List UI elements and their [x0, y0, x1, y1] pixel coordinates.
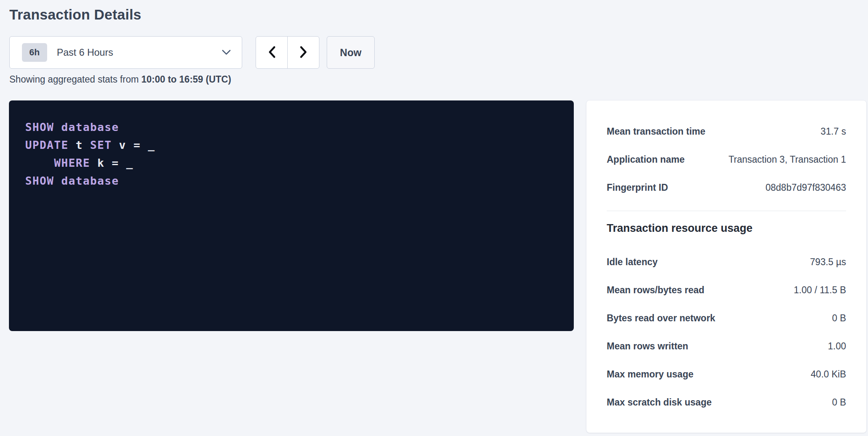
- next-range-button[interactable]: [287, 36, 319, 69]
- chevron-right-icon: [299, 46, 308, 60]
- time-range-dropdown[interactable]: 6h Past 6 Hours: [9, 36, 242, 69]
- time-range-label: Past 6 Hours: [57, 47, 113, 58]
- page-title: Transaction Details: [9, 7, 141, 23]
- stat-row: Mean rows/bytes read1.00 / 11.5 B: [607, 276, 846, 304]
- stat-label: Idle latency: [607, 257, 658, 268]
- stat-row: Mean rows written1.00: [607, 332, 846, 360]
- stat-label: Max scratch disk usage: [607, 397, 712, 408]
- resource-usage-heading: Transaction resource usage: [607, 220, 846, 236]
- stat-row: Mean transaction time31.7 s: [607, 118, 846, 146]
- sql-line: UPDATE t SET v = _: [25, 136, 558, 154]
- caption-range: 10:00 to 16:59 (UTC): [141, 74, 231, 85]
- stat-value: 1.00 / 11.5 B: [794, 285, 846, 296]
- stat-label: Application name: [607, 154, 685, 165]
- stat-value: 0 B: [832, 397, 846, 408]
- time-range-badge: 6h: [22, 43, 47, 62]
- aggregation-caption: Showing aggregated stats from 10:00 to 1…: [9, 74, 231, 85]
- now-button[interactable]: Now: [327, 36, 375, 69]
- stat-value: 31.7 s: [820, 126, 846, 137]
- stat-label: Mean rows/bytes read: [607, 285, 704, 296]
- stat-value: 793.5 µs: [810, 257, 846, 268]
- previous-range-button[interactable]: [256, 36, 288, 69]
- stat-row: Fingerprint ID08d8b7d97f830463: [607, 174, 846, 202]
- stat-value: Transaction 3, Transaction 1: [729, 154, 846, 165]
- stat-row: Idle latency793.5 µs: [607, 248, 846, 276]
- summary-rows: Mean transaction time31.7 sApplication n…: [607, 118, 846, 202]
- panel-divider: [607, 211, 846, 211]
- transaction-details-panel: Mean transaction time31.7 sApplication n…: [586, 100, 866, 433]
- stat-label: Max memory usage: [607, 369, 693, 380]
- stat-label: Bytes read over network: [607, 313, 715, 324]
- stat-row: Max scratch disk usage0 B: [607, 388, 846, 416]
- time-controls: 6h Past 6 Hours Now: [9, 36, 375, 69]
- chevron-left-icon: [268, 46, 276, 60]
- resource-rows: Idle latency793.5 µsMean rows/bytes read…: [607, 248, 846, 416]
- sql-line: WHERE k = _: [25, 154, 558, 172]
- stat-value: 1.00: [828, 341, 846, 352]
- stat-label: Fingerprint ID: [607, 182, 668, 193]
- sql-line: SHOW database: [25, 118, 558, 136]
- stat-row: Application nameTransaction 3, Transacti…: [607, 146, 846, 174]
- chevron-down-icon: [221, 49, 231, 56]
- stat-value: 40.0 KiB: [811, 369, 846, 380]
- sql-code: SHOW databaseUPDATE t SET v = _ WHERE k …: [25, 118, 558, 190]
- sql-statement-box: SHOW databaseUPDATE t SET v = _ WHERE k …: [9, 100, 574, 331]
- stat-value: 0 B: [832, 313, 846, 324]
- sql-line: SHOW database: [25, 172, 558, 190]
- time-shift-buttons: [256, 36, 319, 69]
- stat-row: Bytes read over network0 B: [607, 304, 846, 332]
- stat-row: Max memory usage40.0 KiB: [607, 360, 846, 388]
- caption-prefix: Showing aggregated stats from: [9, 74, 141, 85]
- stat-label: Mean transaction time: [607, 126, 705, 137]
- stat-label: Mean rows written: [607, 341, 688, 352]
- stat-value: 08d8b7d97f830463: [766, 182, 846, 193]
